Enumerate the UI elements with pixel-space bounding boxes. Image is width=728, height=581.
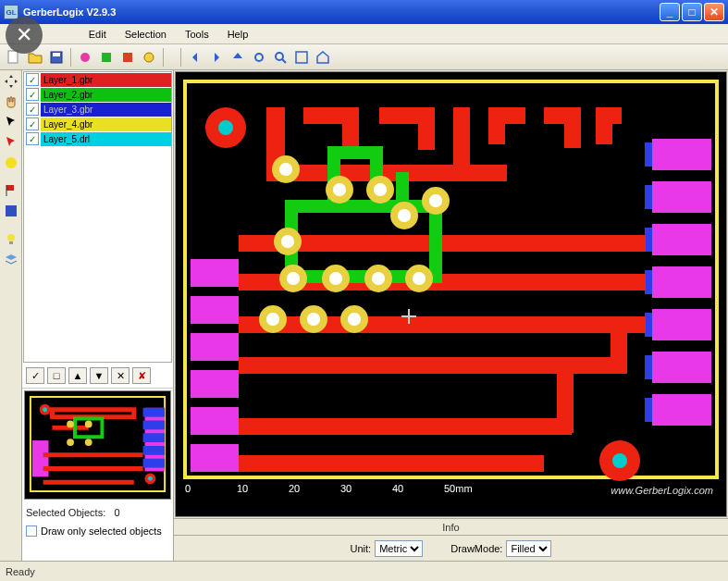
home-icon[interactable] [313, 47, 333, 68]
selection-info: Selected Objects: 0 [22, 501, 173, 524]
highlight-icon[interactable] [2, 154, 20, 172]
ruler-tick: 10 [237, 483, 248, 494]
layer-moveup-button[interactable]: ▲ [68, 367, 87, 384]
ruler-tick: 30 [340, 483, 352, 494]
draw-only-checkbox[interactable]: Draw only selected objects [22, 524, 173, 538]
mask-icon[interactable] [2, 202, 20, 220]
svg-line-8 [282, 59, 286, 63]
svg-rect-15 [9, 241, 13, 244]
maximize-button[interactable]: □ [682, 3, 702, 21]
main-view: 01020304050mm www.GerberLogix.com Info U… [174, 70, 728, 561]
svg-rect-13 [6, 205, 17, 216]
svg-point-32 [85, 439, 93, 446]
hand-icon[interactable] [2, 93, 20, 111]
layer-row[interactable]: ✓Layer_5.drl [24, 131, 171, 146]
flag-icon[interactable] [2, 181, 20, 200]
layers-icon[interactable] [2, 250, 20, 268]
left-toolbar [0, 70, 22, 561]
tool-icon-4[interactable] [139, 47, 159, 68]
ruler-tick: 50mm [444, 483, 473, 494]
checkbox-icon [26, 525, 37, 537]
layer-row[interactable]: ✓Layer_2.gbr [24, 87, 171, 102]
layer-uncheckall-button[interactable]: □ [47, 367, 66, 384]
nav-up-icon[interactable] [228, 47, 248, 68]
nav-forward-icon[interactable] [206, 47, 227, 68]
nav-back-icon[interactable] [185, 47, 205, 68]
overlay-close-icon[interactable]: ✕ [6, 17, 43, 54]
side-panel: ✓Layer_1.gbr✓Layer_2.gbr✓Layer_3.gbr✓Lay… [22, 70, 174, 561]
layer-clear-button[interactable]: ✘ [132, 367, 151, 384]
title-bar: GL GerberLogix V2.9.3 _ □ ✕ [0, 0, 728, 24]
layer-movedown-button[interactable]: ▼ [90, 367, 108, 384]
svg-point-14 [7, 234, 15, 241]
unit-select[interactable]: Metric [375, 540, 423, 557]
status-text: Ready [6, 566, 35, 577]
svg-rect-9 [296, 52, 307, 63]
pcb-canvas[interactable]: 01020304050mm www.GerberLogix.com [175, 71, 727, 517]
refresh-icon[interactable] [249, 47, 269, 68]
zoom-in-icon[interactable] [270, 47, 290, 68]
layer-row[interactable]: ✓Layer_1.gbr [24, 72, 171, 87]
menu-edit[interactable]: Edit [80, 26, 116, 43]
toolbar [0, 44, 728, 70]
drawmode-select[interactable]: Filled [506, 540, 551, 557]
svg-rect-22 [143, 433, 166, 442]
svg-point-10 [6, 157, 17, 168]
menu-tools[interactable]: Tools [176, 26, 218, 43]
minimap[interactable] [24, 390, 171, 500]
window-title: GerberLogix V2.9.3 [23, 6, 660, 18]
minimize-button[interactable]: _ [660, 3, 680, 21]
layer-checkbox[interactable]: ✓ [26, 117, 39, 130]
select-red-icon[interactable] [2, 133, 20, 152]
cursor-move-icon[interactable] [2, 72, 20, 91]
bottom-bar: Unit: Metric DrawMode: Filled [174, 535, 728, 561]
tool-icon-1[interactable] [75, 47, 95, 68]
svg-rect-24 [143, 459, 166, 468]
layer-checkbox[interactable]: ✓ [26, 88, 39, 101]
tool-icon-2[interactable] [96, 47, 117, 68]
layer-row[interactable]: ✓Layer_4.gbr [24, 117, 171, 131]
zoom-fit-icon[interactable] [291, 47, 312, 68]
layer-delete-button[interactable]: ✕ [111, 367, 130, 384]
ruler-tick: 20 [289, 483, 300, 494]
svg-rect-20 [143, 408, 166, 417]
layer-swatch: Layer_1.gbr [41, 73, 171, 87]
svg-rect-21 [143, 421, 166, 430]
svg-point-30 [85, 421, 93, 428]
menu-help[interactable]: Help [218, 26, 258, 43]
layer-checkbox[interactable]: ✓ [26, 132, 39, 145]
info-bar: Info [174, 518, 728, 535]
svg-rect-23 [143, 446, 166, 455]
pointer-icon[interactable] [2, 113, 20, 131]
layer-list[interactable]: ✓Layer_1.gbr✓Layer_2.gbr✓Layer_3.gbr✓Lay… [23, 71, 172, 363]
svg-point-26 [43, 407, 47, 412]
bulb-icon[interactable] [2, 229, 20, 248]
menu-bar: ✕ File Edit Selection Tools Help [0, 24, 728, 44]
svg-point-29 [67, 421, 74, 428]
svg-rect-4 [102, 53, 111, 62]
close-button[interactable]: ✕ [704, 3, 724, 21]
svg-point-7 [276, 53, 283, 60]
layer-swatch: Layer_5.drl [41, 132, 171, 146]
tool-icon-3[interactable] [117, 47, 138, 68]
draw-only-label: Draw only selected objects [41, 525, 162, 537]
info-label: Info [442, 522, 459, 533]
layer-checkbox[interactable]: ✓ [26, 103, 39, 116]
status-bar: Ready [0, 561, 728, 581]
menu-selection[interactable]: Selection [116, 26, 176, 43]
save-icon[interactable] [46, 47, 67, 68]
ruler-tick: 40 [392, 483, 403, 494]
ruler-tick: 0 [185, 483, 191, 494]
drawmode-label: DrawMode: [450, 543, 502, 554]
layer-swatch: Layer_2.gbr [41, 88, 171, 102]
unit-label: Unit: [351, 543, 372, 554]
svg-rect-11 [6, 185, 14, 191]
layer-checkall-button[interactable]: ✓ [26, 367, 44, 384]
svg-rect-17 [32, 440, 49, 476]
layer-checkbox[interactable]: ✓ [26, 73, 39, 86]
layer-row[interactable]: ✓Layer_3.gbr [24, 102, 171, 117]
watermark: www.GerberLogix.com [611, 485, 713, 496]
svg-point-28 [148, 476, 153, 481]
svg-point-3 [80, 53, 90, 62]
drill-hole [612, 453, 627, 468]
